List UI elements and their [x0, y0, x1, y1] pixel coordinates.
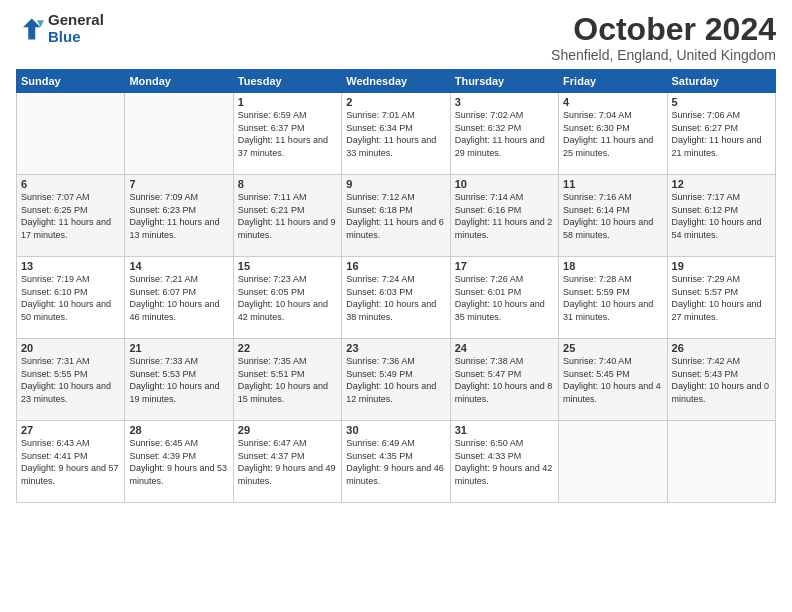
cell-details: Sunrise: 7:21 AM Sunset: 6:07 PM Dayligh…	[129, 273, 228, 323]
day-number: 8	[238, 178, 337, 190]
day-number: 19	[672, 260, 771, 272]
day-number: 26	[672, 342, 771, 354]
calendar-cell: 30Sunrise: 6:49 AM Sunset: 4:35 PM Dayli…	[342, 421, 450, 503]
day-number: 12	[672, 178, 771, 190]
calendar-cell: 12Sunrise: 7:17 AM Sunset: 6:12 PM Dayli…	[667, 175, 775, 257]
calendar-table: SundayMondayTuesdayWednesdayThursdayFrid…	[16, 69, 776, 503]
cell-details: Sunrise: 7:06 AM Sunset: 6:27 PM Dayligh…	[672, 109, 771, 159]
calendar-week-row: 27Sunrise: 6:43 AM Sunset: 4:41 PM Dayli…	[17, 421, 776, 503]
cell-details: Sunrise: 7:36 AM Sunset: 5:49 PM Dayligh…	[346, 355, 445, 405]
calendar-week-row: 20Sunrise: 7:31 AM Sunset: 5:55 PM Dayli…	[17, 339, 776, 421]
day-number: 1	[238, 96, 337, 108]
calendar-cell: 3Sunrise: 7:02 AM Sunset: 6:32 PM Daylig…	[450, 93, 558, 175]
month-title: October 2024	[551, 12, 776, 47]
day-number: 20	[21, 342, 120, 354]
day-number: 27	[21, 424, 120, 436]
calendar-cell: 16Sunrise: 7:24 AM Sunset: 6:03 PM Dayli…	[342, 257, 450, 339]
weekday-header-row: SundayMondayTuesdayWednesdayThursdayFrid…	[17, 70, 776, 93]
day-number: 7	[129, 178, 228, 190]
cell-details: Sunrise: 7:16 AM Sunset: 6:14 PM Dayligh…	[563, 191, 662, 241]
day-number: 10	[455, 178, 554, 190]
cell-details: Sunrise: 6:45 AM Sunset: 4:39 PM Dayligh…	[129, 437, 228, 487]
weekday-header: Thursday	[450, 70, 558, 93]
calendar-cell	[667, 421, 775, 503]
calendar-cell: 13Sunrise: 7:19 AM Sunset: 6:10 PM Dayli…	[17, 257, 125, 339]
cell-details: Sunrise: 7:38 AM Sunset: 5:47 PM Dayligh…	[455, 355, 554, 405]
cell-details: Sunrise: 7:02 AM Sunset: 6:32 PM Dayligh…	[455, 109, 554, 159]
calendar-cell: 14Sunrise: 7:21 AM Sunset: 6:07 PM Dayli…	[125, 257, 233, 339]
cell-details: Sunrise: 6:47 AM Sunset: 4:37 PM Dayligh…	[238, 437, 337, 487]
weekday-header: Friday	[559, 70, 667, 93]
cell-details: Sunrise: 7:23 AM Sunset: 6:05 PM Dayligh…	[238, 273, 337, 323]
day-number: 29	[238, 424, 337, 436]
cell-details: Sunrise: 7:11 AM Sunset: 6:21 PM Dayligh…	[238, 191, 337, 241]
cell-details: Sunrise: 7:42 AM Sunset: 5:43 PM Dayligh…	[672, 355, 771, 405]
day-number: 14	[129, 260, 228, 272]
cell-details: Sunrise: 7:12 AM Sunset: 6:18 PM Dayligh…	[346, 191, 445, 241]
calendar-cell	[125, 93, 233, 175]
calendar-page: General Blue October 2024 Shenfield, Eng…	[0, 0, 792, 612]
day-number: 24	[455, 342, 554, 354]
header: General Blue October 2024 Shenfield, Eng…	[16, 12, 776, 63]
calendar-cell	[17, 93, 125, 175]
weekday-header: Wednesday	[342, 70, 450, 93]
weekday-header: Monday	[125, 70, 233, 93]
day-number: 5	[672, 96, 771, 108]
calendar-week-row: 6Sunrise: 7:07 AM Sunset: 6:25 PM Daylig…	[17, 175, 776, 257]
cell-details: Sunrise: 7:31 AM Sunset: 5:55 PM Dayligh…	[21, 355, 120, 405]
calendar-cell: 17Sunrise: 7:26 AM Sunset: 6:01 PM Dayli…	[450, 257, 558, 339]
cell-details: Sunrise: 7:19 AM Sunset: 6:10 PM Dayligh…	[21, 273, 120, 323]
day-number: 21	[129, 342, 228, 354]
calendar-week-row: 1Sunrise: 6:59 AM Sunset: 6:37 PM Daylig…	[17, 93, 776, 175]
cell-details: Sunrise: 7:33 AM Sunset: 5:53 PM Dayligh…	[129, 355, 228, 405]
calendar-cell: 20Sunrise: 7:31 AM Sunset: 5:55 PM Dayli…	[17, 339, 125, 421]
logo-general: General	[48, 12, 104, 29]
weekday-header: Saturday	[667, 70, 775, 93]
cell-details: Sunrise: 7:09 AM Sunset: 6:23 PM Dayligh…	[129, 191, 228, 241]
cell-details: Sunrise: 7:14 AM Sunset: 6:16 PM Dayligh…	[455, 191, 554, 241]
day-number: 25	[563, 342, 662, 354]
calendar-cell: 1Sunrise: 6:59 AM Sunset: 6:37 PM Daylig…	[233, 93, 341, 175]
calendar-cell: 27Sunrise: 6:43 AM Sunset: 4:41 PM Dayli…	[17, 421, 125, 503]
cell-details: Sunrise: 6:49 AM Sunset: 4:35 PM Dayligh…	[346, 437, 445, 487]
day-number: 3	[455, 96, 554, 108]
logo-icon	[16, 15, 44, 43]
logo-text: General Blue	[48, 12, 104, 45]
logo: General Blue	[16, 12, 104, 45]
calendar-cell: 10Sunrise: 7:14 AM Sunset: 6:16 PM Dayli…	[450, 175, 558, 257]
day-number: 31	[455, 424, 554, 436]
calendar-cell: 4Sunrise: 7:04 AM Sunset: 6:30 PM Daylig…	[559, 93, 667, 175]
calendar-cell: 19Sunrise: 7:29 AM Sunset: 5:57 PM Dayli…	[667, 257, 775, 339]
cell-details: Sunrise: 7:17 AM Sunset: 6:12 PM Dayligh…	[672, 191, 771, 241]
day-number: 2	[346, 96, 445, 108]
cell-details: Sunrise: 7:29 AM Sunset: 5:57 PM Dayligh…	[672, 273, 771, 323]
calendar-cell: 22Sunrise: 7:35 AM Sunset: 5:51 PM Dayli…	[233, 339, 341, 421]
day-number: 28	[129, 424, 228, 436]
day-number: 4	[563, 96, 662, 108]
title-block: October 2024 Shenfield, England, United …	[551, 12, 776, 63]
calendar-cell: 15Sunrise: 7:23 AM Sunset: 6:05 PM Dayli…	[233, 257, 341, 339]
day-number: 30	[346, 424, 445, 436]
day-number: 18	[563, 260, 662, 272]
calendar-cell: 28Sunrise: 6:45 AM Sunset: 4:39 PM Dayli…	[125, 421, 233, 503]
calendar-cell: 31Sunrise: 6:50 AM Sunset: 4:33 PM Dayli…	[450, 421, 558, 503]
calendar-cell: 8Sunrise: 7:11 AM Sunset: 6:21 PM Daylig…	[233, 175, 341, 257]
calendar-cell	[559, 421, 667, 503]
logo-blue: Blue	[48, 29, 104, 46]
day-number: 13	[21, 260, 120, 272]
cell-details: Sunrise: 7:35 AM Sunset: 5:51 PM Dayligh…	[238, 355, 337, 405]
cell-details: Sunrise: 7:40 AM Sunset: 5:45 PM Dayligh…	[563, 355, 662, 405]
calendar-cell: 5Sunrise: 7:06 AM Sunset: 6:27 PM Daylig…	[667, 93, 775, 175]
cell-details: Sunrise: 7:26 AM Sunset: 6:01 PM Dayligh…	[455, 273, 554, 323]
location: Shenfield, England, United Kingdom	[551, 47, 776, 63]
cell-details: Sunrise: 6:59 AM Sunset: 6:37 PM Dayligh…	[238, 109, 337, 159]
weekday-header: Tuesday	[233, 70, 341, 93]
day-number: 15	[238, 260, 337, 272]
day-number: 16	[346, 260, 445, 272]
cell-details: Sunrise: 6:43 AM Sunset: 4:41 PM Dayligh…	[21, 437, 120, 487]
calendar-cell: 2Sunrise: 7:01 AM Sunset: 6:34 PM Daylig…	[342, 93, 450, 175]
day-number: 9	[346, 178, 445, 190]
cell-details: Sunrise: 7:04 AM Sunset: 6:30 PM Dayligh…	[563, 109, 662, 159]
calendar-cell: 26Sunrise: 7:42 AM Sunset: 5:43 PM Dayli…	[667, 339, 775, 421]
cell-details: Sunrise: 6:50 AM Sunset: 4:33 PM Dayligh…	[455, 437, 554, 487]
